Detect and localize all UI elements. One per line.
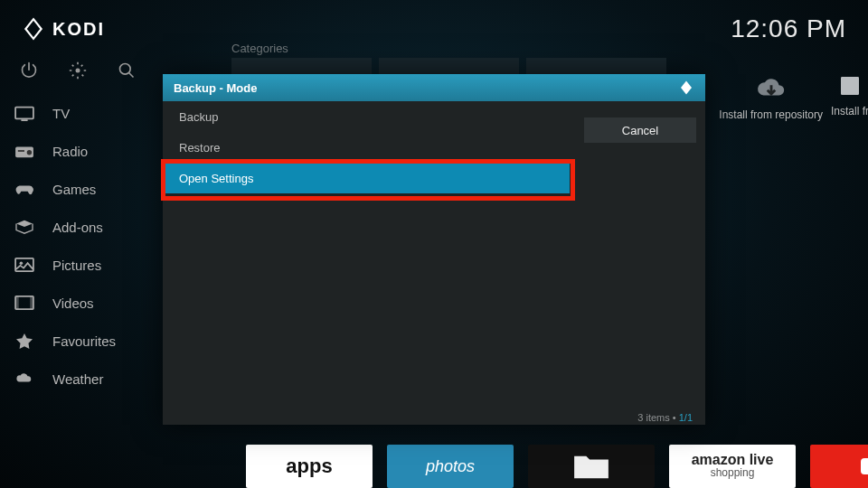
svg-rect-12 [30, 296, 33, 309]
sidebar-item-favourites[interactable]: Favourites [0, 322, 172, 360]
kodi-small-icon [678, 80, 694, 96]
app-logo: KODI [22, 17, 105, 41]
svg-rect-8 [15, 258, 33, 271]
dialog-item-restore[interactable]: Restore [163, 132, 570, 163]
sidebar-tools [0, 54, 172, 94]
tile-folder[interactable] [528, 445, 655, 488]
svg-point-6 [27, 150, 32, 155]
backup-mode-dialog: Backup - Mode Backup Restore Open Settin… [163, 74, 705, 425]
tile-youtube[interactable] [810, 445, 868, 488]
tv-icon [14, 105, 34, 121]
sidebar-item-label: Radio [52, 144, 88, 159]
sidebar-item-label: Videos [52, 296, 94, 311]
svg-rect-7 [18, 150, 24, 152]
dialog-right-panel: Cancel [584, 117, 696, 143]
bottom-tiles: apps photos amazon live shopping [246, 445, 868, 488]
svg-rect-3 [15, 108, 33, 119]
svg-point-1 [120, 64, 131, 75]
addons-icon [14, 219, 34, 235]
tile-label: Install fr [831, 105, 868, 117]
cloud-download-icon [756, 72, 787, 103]
sidebar-item-pictures[interactable]: Pictures [0, 246, 172, 284]
clock: 12:06 PM [731, 14, 846, 43]
categories-label: Categories [231, 42, 288, 55]
tile-label: amazon live [692, 454, 774, 466]
dialog-header: Backup - Mode [163, 74, 705, 101]
kodi-logo-icon [22, 17, 45, 41]
folder-icon [570, 451, 613, 482]
sidebar-item-label: TV [52, 106, 70, 121]
tile-apps[interactable]: apps [246, 445, 373, 488]
dialog-item-backup[interactable]: Backup [163, 101, 570, 132]
sidebar-item-weather[interactable]: Weather [0, 360, 172, 398]
sidebar-item-label: Games [52, 182, 96, 197]
sidebar-item-videos[interactable]: Videos [0, 284, 172, 322]
games-icon [14, 181, 34, 197]
svg-rect-13 [841, 77, 859, 95]
sidebar-item-tv[interactable]: TV [0, 94, 172, 132]
sidebar-item-label: Weather [52, 371, 103, 387]
install-from-tile-partial[interactable]: Install fr [823, 72, 868, 117]
tile-label: photos [426, 457, 475, 476]
sidebar-item-games[interactable]: Games [0, 170, 172, 208]
background-tiles-top [231, 58, 666, 74]
tile-amazon-live[interactable]: amazon live shopping [669, 445, 796, 488]
dialog-item-open-settings[interactable]: Open Settings [163, 163, 570, 193]
footer-page: 1/1 [679, 412, 693, 423]
svg-point-9 [20, 261, 24, 265]
dialog-item-label: Backup [179, 110, 218, 124]
settings-icon[interactable] [69, 61, 87, 80]
app-name: KODI [52, 19, 105, 40]
star-icon [14, 333, 34, 349]
play-icon [861, 458, 868, 474]
footer-count: 3 items [637, 412, 669, 423]
dialog-item-label: Restore [179, 141, 221, 155]
radio-icon [14, 143, 34, 159]
sidebar-item-label: Add-ons [52, 220, 103, 235]
videos-icon [14, 295, 34, 311]
dialog-footer: 3 items • 1/1 [637, 412, 693, 423]
sidebar-menu: TV Radio Games Add-ons Pictures Videos F… [0, 94, 172, 398]
svg-rect-11 [15, 296, 19, 309]
package-icon [836, 72, 863, 99]
sidebar-item-label: Favourites [52, 333, 116, 349]
dialog-body: Backup Restore Open Settings Cancel [163, 101, 705, 408]
search-icon[interactable] [118, 61, 136, 80]
sidebar-item-addons[interactable]: Add-ons [0, 208, 172, 246]
tile-label: Install from repository [719, 108, 823, 121]
install-from-repository-tile[interactable]: Install from repository [719, 72, 823, 121]
dialog-item-label: Open Settings [179, 172, 253, 185]
sidebar: TV Radio Games Add-ons Pictures Videos F… [0, 54, 172, 398]
tile-photos[interactable]: photos [387, 445, 514, 488]
sidebar-item-radio[interactable]: Radio [0, 132, 172, 170]
pictures-icon [14, 257, 34, 273]
cancel-label: Cancel [622, 124, 658, 137]
tile-sublabel: shopping [711, 466, 755, 479]
weather-icon [14, 371, 34, 387]
sidebar-item-label: Pictures [52, 258, 101, 273]
cancel-button[interactable]: Cancel [584, 117, 696, 143]
svg-point-0 [76, 69, 80, 73]
svg-line-2 [129, 73, 134, 78]
dialog-title: Backup - Mode [174, 81, 257, 95]
dialog-list: Backup Restore Open Settings [163, 101, 570, 193]
power-icon[interactable] [20, 61, 38, 80]
top-bar: KODI 12:06 PM [0, 0, 868, 58]
tile-label: apps [286, 455, 332, 478]
